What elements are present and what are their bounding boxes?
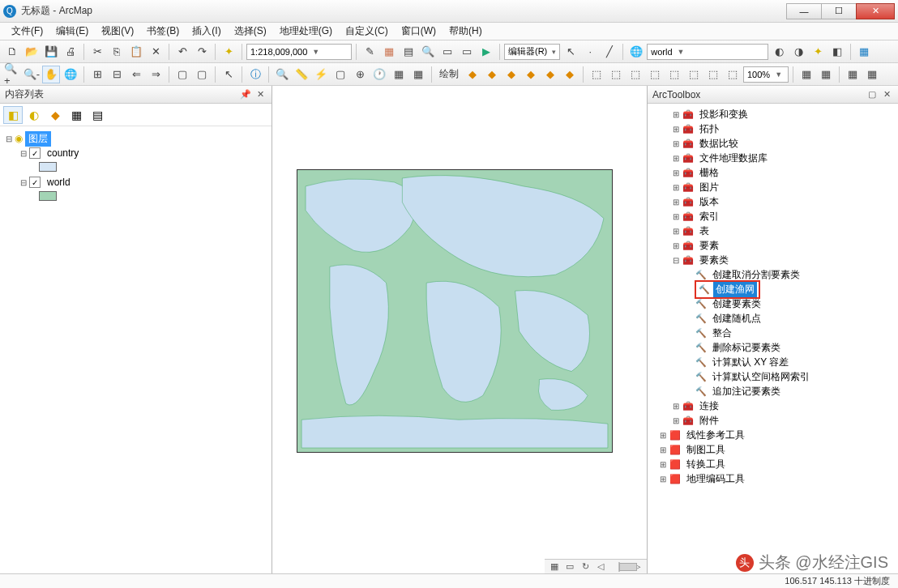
collapse-icon[interactable]: ⊟	[18, 178, 29, 187]
toc-list-by-source[interactable]: ◐	[24, 106, 44, 124]
paste-button[interactable]: 📋	[127, 43, 145, 61]
toc-layer-label[interactable]: world	[44, 176, 74, 189]
scale-combo[interactable]: 1:218,009,000 ▼	[246, 44, 352, 60]
menu-insert[interactable]: 插入(I)	[186, 23, 227, 40]
toolbox-item-label[interactable]: 制图工具	[684, 442, 728, 458]
toolbox-item[interactable]: ⊞🧰表	[649, 224, 896, 238]
toolbox-item-label[interactable]: 图片	[697, 180, 721, 195]
toolbox-item-label[interactable]: 要素	[697, 238, 721, 254]
toc-root-label[interactable]: 图层	[25, 131, 51, 147]
open-button[interactable]: 📂	[23, 43, 41, 61]
checkbox-world[interactable]: ✓	[29, 177, 41, 188]
time-slider[interactable]: 🕐	[370, 66, 388, 83]
redo-button[interactable]: ↷	[193, 43, 211, 61]
menu-window[interactable]: 窗口(W)	[395, 23, 443, 40]
georef-8[interactable]: ⬚	[724, 66, 742, 83]
toc-layer-country[interactable]: ⊟ ✓ country	[3, 146, 268, 160]
toolbox-item[interactable]: ⊞🧰拓扑	[649, 121, 896, 136]
toc-options[interactable]: ▤	[88, 106, 107, 124]
expand-icon[interactable]: ⊞	[670, 227, 682, 236]
draw-tool-5[interactable]: ◆	[541, 66, 559, 83]
horizontal-scrollbar[interactable]	[618, 562, 620, 572]
draw-tool-3[interactable]: ◆	[502, 66, 520, 83]
toolbox-item-label[interactable]: 拓扑	[697, 121, 721, 137]
toolbox-item[interactable]: 🔨计算默认 XY 容差	[649, 355, 896, 369]
toolbox-item-label[interactable]: 数据比较	[697, 136, 741, 151]
toolbox-item[interactable]: 🔨删除标记要素类	[649, 340, 896, 355]
arccatalog-button[interactable]: ▦	[855, 43, 873, 61]
toolbox-item[interactable]: 🔨整合	[649, 326, 896, 340]
draw-tool-1[interactable]: ◆	[464, 66, 481, 83]
layer-btn-4[interactable]: ◧	[828, 43, 846, 61]
toolbox-item[interactable]: ⊟🧰要素类	[649, 253, 896, 267]
layer-btn-2[interactable]: ◑	[789, 43, 807, 61]
toolbox-tree[interactable]: ⊞🧰投影和变换⊞🧰拓扑⊞🧰数据比较⊞🧰文件地理数据库⊞🧰栅格⊞🧰图片⊞🧰版本⊞🧰…	[648, 104, 898, 573]
select-elements[interactable]: ↖	[220, 66, 237, 83]
toolbox-item[interactable]: 🔨创建渔网	[649, 282, 896, 296]
toc-list-by-visibility[interactable]: ◆	[45, 106, 65, 124]
collapse-icon[interactable]: ⊟	[670, 256, 682, 265]
next-extent[interactable]: ⇒	[147, 66, 165, 83]
expand-icon[interactable]: ⊞	[670, 198, 682, 207]
georef-1[interactable]: ⬚	[588, 66, 605, 83]
expand-icon[interactable]: ⊞	[657, 475, 669, 484]
edit-vertex[interactable]: ·	[581, 43, 599, 61]
expand-icon[interactable]: ⊞	[670, 154, 682, 163]
toolbox-item-label[interactable]: 创建渔网	[713, 282, 757, 297]
toolbox-item-label[interactable]: 创建随机点	[710, 311, 763, 326]
georef-5[interactable]: ⬚	[665, 66, 683, 83]
collapse-icon[interactable]: ⊟	[18, 149, 29, 158]
georef-3[interactable]: ⬚	[626, 66, 644, 83]
hyperlink-button[interactable]: ⚡	[312, 66, 330, 83]
toc-tree[interactable]: ⊟ ◉ 图层 ⊟ ✓ country ⊟ ✓ world	[0, 126, 272, 573]
expand-icon[interactable]: ⊞	[670, 241, 682, 250]
toolbox-restore-icon[interactable]: ▢	[866, 88, 879, 101]
draw-tool-6[interactable]: ◆	[561, 66, 579, 83]
python-icon[interactable]: ▭	[438, 43, 456, 61]
layer-btn-3[interactable]: ✦	[809, 43, 827, 61]
toolbox-item-label[interactable]: 转换工具	[684, 457, 728, 472]
toolbox-item-label[interactable]: 表	[697, 224, 712, 239]
georef-4[interactable]: ⬚	[646, 66, 664, 83]
edit-tool[interactable]: ↖	[562, 43, 579, 61]
measure-button[interactable]: 📏	[293, 66, 310, 83]
toolbox-item[interactable]: ⊞🧰版本	[649, 194, 896, 209]
toolbox-item[interactable]: 🔨计算默认空间格网索引	[649, 369, 896, 384]
layout-view-tab[interactable]: ▭	[565, 561, 574, 572]
menu-bookmarks[interactable]: 书签(B)	[140, 23, 186, 40]
toolbox-item[interactable]: ⊞🧰投影和变换	[649, 107, 896, 121]
expand-icon[interactable]: ⊞	[670, 402, 682, 411]
full-extent-button[interactable]: 🌐	[62, 66, 79, 83]
menu-selection[interactable]: 选择(S)	[228, 23, 273, 40]
expand-icon[interactable]: ⊞	[670, 125, 682, 134]
toolbox-item[interactable]: ⊞🧰连接	[649, 398, 896, 413]
toolbox-item[interactable]: ⊞🧰要素	[649, 238, 896, 253]
toolbox-item[interactable]: 🔨创建取消分割要素类	[649, 267, 896, 282]
fixed-zoom-in[interactable]: ⊞	[88, 66, 106, 83]
expand-icon[interactable]: ⊞	[670, 168, 682, 177]
toolbox-item-label[interactable]: 地理编码工具	[684, 471, 747, 487]
editor-toolbar-icon[interactable]: ✎	[361, 43, 378, 61]
toolbox-item-label[interactable]: 栅格	[697, 165, 721, 181]
undo-button[interactable]: ↶	[173, 43, 191, 61]
georef-7[interactable]: ⬚	[704, 66, 722, 83]
draw-tool-4[interactable]: ◆	[522, 66, 540, 83]
toolbox-item[interactable]: ⊞🧰附件	[649, 413, 896, 428]
toc-close-icon[interactable]: ✕	[254, 88, 267, 101]
toolbox-item-label[interactable]: 投影和变换	[697, 107, 750, 122]
toc-root[interactable]: ⊟ ◉ 图层	[3, 131, 268, 146]
layout-btn-1[interactable]: ▦	[798, 66, 815, 83]
catalog-icon[interactable]: ▤	[400, 43, 417, 61]
toolbox-item[interactable]: 🔨追加注记要素类	[649, 384, 896, 398]
toolbox-item[interactable]: ⊞🟥转换工具	[649, 457, 896, 471]
find-button[interactable]: 🔍	[273, 66, 291, 83]
menu-file[interactable]: 文件(F)	[5, 23, 49, 40]
toc-list-by-drawing[interactable]: ◧	[3, 106, 23, 124]
edit-segment[interactable]: ╱	[601, 43, 618, 61]
pan-button[interactable]: ✋	[42, 66, 60, 83]
viewer-window[interactable]: ▦	[409, 66, 427, 83]
time-icon[interactable]: ▶	[477, 43, 495, 61]
toolbox-item-label[interactable]: 追加注记要素类	[710, 384, 783, 399]
layout-btn-3[interactable]: ▦	[844, 66, 862, 83]
fixed-zoom-out[interactable]: ⊟	[108, 66, 126, 83]
